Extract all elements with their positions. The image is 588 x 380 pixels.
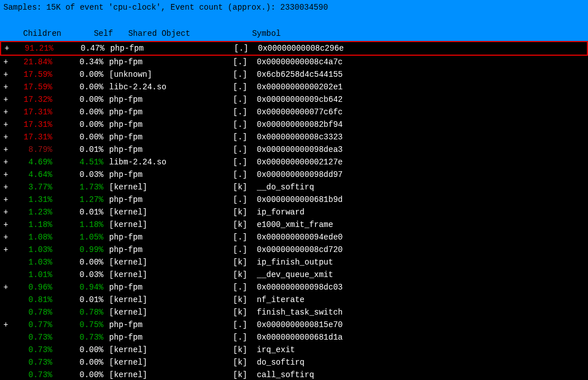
shared-object: libc-2.24.so: [109, 81, 233, 93]
shared-object: [kernel]: [109, 356, 233, 369]
expand-toggle[interactable]: +: [3, 106, 14, 118]
perf-row[interactable]: +4.69%4.51% libm-2.24.so[.]0x00000000000…: [0, 156, 588, 168]
perf-row[interactable]: +17.59%0.00% [unknown][.]0x6cb6258d4c544…: [0, 68, 588, 81]
expand-toggle[interactable]: +: [3, 206, 14, 218]
perf-row[interactable]: 0.73%0.00% [kernel][k]do_softirq: [0, 356, 588, 369]
perf-row[interactable]: +0.77%0.75% php-fpm[.]0x0000000000815e70: [0, 319, 588, 331]
perf-row[interactable]: +1.08%1.05% php-fpm[.]0x000000000094ede0: [0, 231, 588, 243]
perf-row[interactable]: 0.73%0.73% php-fpm[.]0x0000000000681d1a: [0, 331, 588, 344]
perf-row[interactable]: +17.32%0.00% php-fpm[.]0x00000000009cb64…: [0, 93, 588, 106]
expand-toggle[interactable]: [3, 356, 14, 369]
perf-row[interactable]: +17.31%0.00% php-fpm[.]0x00000000008c332…: [0, 131, 588, 143]
expand-toggle[interactable]: [3, 369, 14, 380]
symbol-type-bracket: [k]: [233, 306, 257, 319]
shared-object: php-fpm: [109, 319, 233, 331]
perf-row[interactable]: 1.03%0.00% [kernel][k]ip_finish_output: [0, 256, 588, 269]
perf-row[interactable]: +17.59%0.00% libc-2.24.so[.]0x0000000000…: [0, 81, 588, 93]
symbol-name: 0x00000000008cd720: [257, 243, 343, 256]
symbol-name: 0x00000000000202e1: [257, 81, 343, 93]
symbol-type-bracket: [k]: [233, 294, 257, 306]
symbol-type-bracket: [k]: [233, 269, 257, 281]
self-percent: 0.78%: [58, 306, 109, 319]
expand-toggle[interactable]: +: [5, 42, 15, 55]
children-percent: 4.64%: [14, 168, 58, 181]
expand-toggle[interactable]: +: [3, 68, 14, 81]
expand-toggle[interactable]: [3, 269, 14, 281]
expand-toggle[interactable]: [3, 331, 14, 344]
expand-toggle[interactable]: [3, 306, 14, 319]
symbol-type-bracket: [.]: [233, 319, 257, 331]
perf-row[interactable]: 0.73%0.00% [kernel][k]call_softirq: [0, 369, 588, 380]
symbol-type-bracket: [.]: [233, 118, 257, 131]
children-percent: 0.73%: [14, 356, 58, 369]
symbol-name: finish_task_switch: [257, 306, 343, 319]
symbol-type-bracket: [.]: [233, 331, 257, 344]
children-percent: 0.96%: [14, 281, 58, 294]
symbol-name: 0x000000000098dea3: [257, 143, 343, 156]
perf-row[interactable]: +17.31%0.00% php-fpm[.]0x000000000082bf9…: [0, 118, 588, 131]
expand-toggle[interactable]: +: [3, 168, 14, 181]
symbol-name: 0x000000000098dc03: [257, 281, 343, 294]
children-percent: 4.69%: [14, 156, 58, 168]
symbol-name: __do_softirq: [257, 181, 314, 193]
perf-row[interactable]: 1.01%0.03% [kernel][k]__dev_queue_xmit: [0, 269, 588, 281]
expand-toggle[interactable]: +: [3, 143, 14, 156]
expand-toggle[interactable]: +: [3, 56, 14, 68]
self-percent: 0.00%: [58, 106, 109, 118]
self-percent: 0.00%: [58, 356, 109, 369]
self-percent: 0.00%: [58, 81, 109, 93]
expand-toggle[interactable]: +: [3, 156, 14, 168]
perf-row[interactable]: +21.84%0.34% php-fpm[.]0x00000000008c4a7…: [0, 56, 588, 68]
expand-toggle[interactable]: +: [3, 243, 14, 256]
expand-toggle[interactable]: +: [3, 231, 14, 243]
expand-toggle[interactable]: +: [3, 81, 14, 93]
symbol-name: 0x000000000002127e: [257, 156, 343, 168]
shared-object: [kernel]: [109, 344, 233, 356]
perf-row[interactable]: +1.18%1.18% [kernel][k]e1000_xmit_frame: [0, 218, 588, 231]
expand-toggle[interactable]: +: [3, 281, 14, 294]
col-header-shared[interactable]: Shared Object: [128, 27, 252, 40]
shared-object: [kernel]: [109, 256, 233, 269]
symbol-name: 0x0000000000681b9d: [257, 193, 343, 206]
symbol-name: 0x000000000094ede0: [257, 231, 343, 243]
perf-row[interactable]: +4.64%0.03% php-fpm[.]0x000000000098dd97: [0, 168, 588, 181]
perf-row[interactable]: +17.31%0.00% php-fpm[.]0x000000000077c6f…: [0, 106, 588, 118]
col-header-self[interactable]: Self: [68, 27, 119, 40]
children-percent: 1.23%: [14, 206, 58, 218]
expand-toggle[interactable]: +: [3, 181, 14, 193]
expand-toggle[interactable]: +: [3, 193, 14, 206]
expand-toggle[interactable]: [3, 294, 14, 306]
symbol-name: 0x00000000008c3323: [257, 131, 343, 143]
expand-toggle[interactable]: +: [3, 218, 14, 231]
children-percent: 8.79%: [14, 143, 58, 156]
perf-row[interactable]: +1.23%0.01% [kernel][k]ip_forward: [0, 206, 588, 218]
shared-object: php-fpm: [110, 42, 234, 55]
perf-row[interactable]: +1.03%0.99% php-fpm[.]0x00000000008cd720: [0, 243, 588, 256]
perf-row[interactable]: +1.31%1.27% php-fpm[.]0x0000000000681b9d: [0, 193, 588, 206]
expand-toggle[interactable]: +: [3, 93, 14, 106]
symbol-name: ip_finish_output: [257, 256, 333, 269]
expand-toggle[interactable]: +: [3, 319, 14, 331]
children-percent: 91.21%: [15, 42, 59, 55]
perf-row[interactable]: +91.21%0.47% php-fpm[.]0x00000000008c296…: [0, 41, 588, 56]
samples-header: Samples: 15K of event 'cpu-clock', Event…: [0, 0, 588, 15]
perf-row[interactable]: +0.96%0.94% php-fpm[.]0x000000000098dc03: [0, 281, 588, 294]
perf-row[interactable]: 0.73%0.00% [kernel][k]irq_exit: [0, 344, 588, 356]
symbol-type-bracket: [.]: [233, 131, 257, 143]
perf-row[interactable]: 0.81%0.01% [kernel][k]nf_iterate: [0, 294, 588, 306]
expand-toggle[interactable]: +: [3, 118, 14, 131]
children-percent: 21.84%: [14, 56, 58, 68]
symbol-type-bracket: [.]: [233, 231, 257, 243]
symbol-type-bracket: [k]: [233, 356, 257, 369]
expand-toggle[interactable]: [3, 344, 14, 356]
expand-toggle[interactable]: +: [3, 131, 14, 143]
perf-row[interactable]: +8.79%0.01% php-fpm[.]0x000000000098dea3: [0, 143, 588, 156]
self-percent: 0.99%: [58, 243, 109, 256]
symbol-name: 0x000000000098dd97: [257, 168, 343, 181]
self-percent: 0.00%: [58, 118, 109, 131]
col-header-children[interactable]: Children: [13, 27, 68, 40]
perf-row[interactable]: 0.78%0.78% [kernel][k]finish_task_switch: [0, 306, 588, 319]
expand-toggle[interactable]: [3, 256, 14, 269]
perf-row[interactable]: +3.77%1.73% [kernel][k]__do_softirq: [0, 181, 588, 193]
col-header-symbol[interactable]: Symbol: [252, 27, 281, 40]
